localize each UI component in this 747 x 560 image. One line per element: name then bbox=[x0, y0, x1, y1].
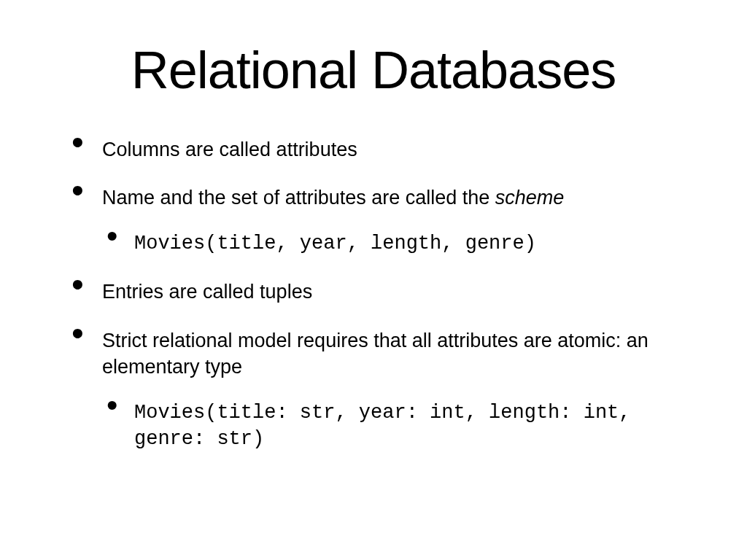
sub-bullet-item: Movies(title, year, length, genre) bbox=[107, 230, 696, 257]
sub-bullet-item: Movies(title: str, year: int, length: in… bbox=[107, 400, 696, 453]
code-text: Movies(title: str, year: int, length: in… bbox=[134, 402, 631, 450]
sub-bullet-list: Movies(title, year, length, genre) bbox=[102, 230, 696, 257]
bullet-text: Columns are called attributes bbox=[102, 139, 357, 160]
bullet-item: Name and the set of attributes are calle… bbox=[71, 184, 696, 257]
bullet-item: Columns are called attributes bbox=[71, 136, 696, 163]
bullet-text: Entries are called tuples bbox=[102, 281, 312, 303]
slide-title: Relational Databases bbox=[51, 40, 696, 100]
bullet-list: Columns are called attributes Name and t… bbox=[51, 136, 696, 453]
bullet-item: Strict relational model requires that al… bbox=[71, 327, 696, 453]
bullet-text: Name and the set of attributes are calle… bbox=[102, 187, 495, 209]
sub-bullet-list: Movies(title: str, year: int, length: in… bbox=[102, 400, 696, 453]
bullet-text-emphasis: scheme bbox=[495, 187, 565, 209]
code-text: Movies(title, year, length, genre) bbox=[134, 233, 536, 254]
bullet-text: Strict relational model requires that al… bbox=[102, 330, 649, 378]
bullet-item: Entries are called tuples bbox=[71, 279, 696, 305]
slide: Relational Databases Columns are called … bbox=[0, 0, 747, 560]
